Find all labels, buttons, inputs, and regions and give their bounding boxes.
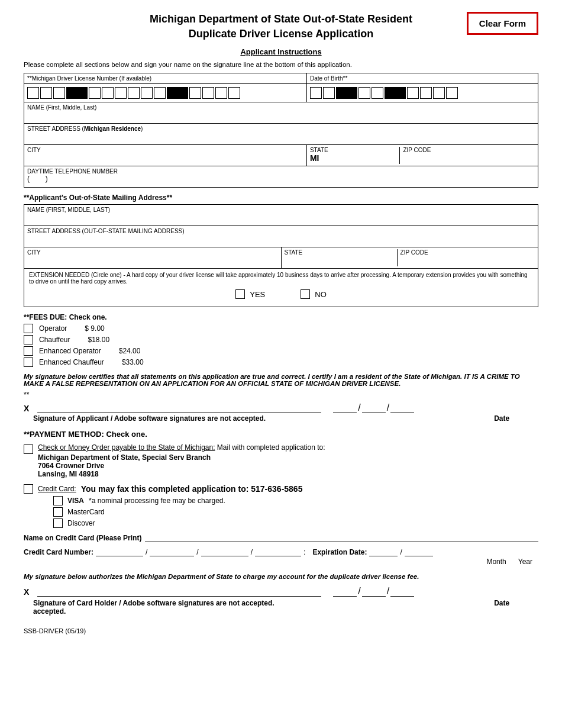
cc-field-3[interactable] — [201, 556, 248, 556]
dl-char-8[interactable] — [141, 87, 153, 99]
oos-name-field[interactable] — [27, 213, 535, 224]
ch-date-day-field[interactable] — [362, 596, 386, 597]
operator-checkbox[interactable] — [24, 324, 33, 333]
fee-row-1[interactable]: Operator $ 9.00 — [24, 324, 538, 333]
dl-char-6[interactable] — [115, 87, 127, 99]
discover-checkbox[interactable] — [53, 518, 63, 528]
enhanced-chauffeur-amount: $33.00 — [122, 358, 144, 366]
applicant-sig-line[interactable] — [37, 413, 321, 413]
date-day-field[interactable] — [362, 413, 386, 413]
oos-zip-field[interactable] — [400, 256, 535, 266]
no-checkbox[interactable] — [301, 289, 310, 299]
date-month-field[interactable] — [333, 413, 357, 413]
dob-char-2[interactable] — [323, 87, 335, 99]
name-on-card-field[interactable] — [145, 534, 538, 542]
dl-number-row — [27, 86, 303, 100]
visa-checkbox[interactable] — [53, 496, 63, 505]
header-section: Michigan Department of State Out-of-Stat… — [24, 12, 538, 41]
dl-char-2[interactable] — [40, 87, 52, 99]
credit-card-checkbox[interactable] — [24, 484, 33, 494]
dl-char-7[interactable] — [128, 87, 140, 99]
state-value[interactable]: MI — [310, 153, 397, 164]
dob-char-5[interactable] — [407, 87, 419, 99]
dl-char-1[interactable] — [27, 87, 39, 99]
applicant-instructions-title: Applicant Instructions — [24, 47, 538, 56]
yes-option[interactable]: YES — [235, 289, 265, 299]
oos-state-label: STATE — [285, 249, 394, 256]
dl-char-9[interactable] — [154, 87, 166, 99]
mastercard-checkbox[interactable] — [53, 507, 63, 517]
certification-text: My signature below certifies that all st… — [24, 373, 538, 387]
exp-month-field[interactable] — [369, 556, 398, 556]
enhanced-operator-checkbox[interactable] — [24, 346, 33, 356]
dl-char-5[interactable] — [102, 87, 114, 99]
dl-char-13[interactable] — [228, 87, 240, 99]
dob-char-8[interactable] — [446, 87, 458, 99]
fee-row-3[interactable]: Enhanced Operator $24.00 — [24, 346, 538, 356]
phone-field[interactable]: ( ) — [27, 175, 535, 185]
dob-label: Date of Birth** — [310, 75, 535, 82]
clear-form-button[interactable]: Clear Form — [467, 12, 538, 35]
dl-char-11[interactable] — [202, 87, 214, 99]
dob-char-7[interactable] — [433, 87, 445, 99]
cc-field-1[interactable] — [96, 556, 143, 556]
certification-stars: ** — [24, 391, 538, 399]
mastercard-row: MasterCard — [53, 507, 538, 517]
oos-street-field[interactable] — [27, 234, 535, 245]
dl-char-3[interactable] — [53, 87, 65, 99]
dl-char-12[interactable] — [215, 87, 227, 99]
zip-field[interactable] — [403, 153, 535, 164]
dob-char-4[interactable] — [372, 87, 383, 99]
name-field[interactable] — [27, 111, 535, 121]
name-label: NAME (First, Middle, Last) — [27, 104, 535, 111]
chauffeur-checkbox[interactable] — [24, 335, 33, 344]
enhanced-operator-label: Enhanced Operator — [39, 347, 101, 355]
yes-checkbox[interactable] — [235, 289, 245, 299]
applicant-x-label: X — [24, 404, 29, 413]
oos-city-field[interactable] — [27, 256, 278, 266]
dl-black-box-1 — [66, 87, 88, 99]
date-year-field[interactable] — [390, 413, 414, 413]
check-checkbox[interactable] — [24, 444, 33, 454]
sig-label-row: Signature of Applicant / Adobe software … — [33, 414, 527, 423]
chauffeur-amount: $18.00 — [88, 336, 109, 344]
ch-date-year-field[interactable] — [390, 596, 414, 597]
payment-title: **PAYMENT METHOD: Check one. — [24, 430, 538, 439]
dob-char-1[interactable] — [310, 87, 322, 99]
credit-card-label: Credit Card: — [38, 485, 76, 493]
oos-street-label: STREET ADDRESS (OUT-OF-STATE MAILING ADD… — [27, 228, 535, 234]
fee-row-4[interactable]: Enhanced Chauffeur $33.00 — [24, 357, 538, 367]
card-holder-x-label: X — [24, 587, 29, 597]
city-label: CITY — [27, 147, 303, 153]
card-holder-sig-line[interactable] — [37, 596, 321, 597]
operator-label: Operator — [39, 324, 67, 333]
city-field[interactable] — [27, 153, 303, 164]
cc-field-4[interactable] — [255, 556, 301, 556]
oos-zip-label: ZIP CODE — [400, 249, 535, 256]
cc-field-2[interactable] — [150, 556, 194, 556]
ch-date-label: Date — [494, 599, 509, 616]
dob-char-3[interactable] — [358, 87, 370, 99]
street-field[interactable] — [27, 132, 535, 143]
fees-title: **FEES DUE: Check one. — [24, 313, 538, 321]
year-label: Year — [518, 558, 532, 566]
out-of-state-table: NAME (FIRST, MIDDLE, LAST) STREET ADDRES… — [24, 204, 538, 307]
exp-year-field[interactable] — [405, 556, 433, 556]
no-label: NO — [315, 290, 327, 299]
no-option[interactable]: NO — [301, 289, 327, 299]
dl-char-4[interactable] — [89, 87, 101, 99]
visa-note: *a nominal processing fee may be charged… — [89, 497, 225, 505]
date-label: Date — [494, 414, 509, 423]
ch-date-month-field[interactable] — [333, 596, 357, 597]
oos-city-label: CITY — [27, 249, 278, 256]
oos-state-field[interactable] — [285, 256, 394, 266]
month-year-labels: Month Year — [24, 558, 538, 566]
enhanced-chauffeur-checkbox[interactable] — [24, 357, 33, 367]
card-holder-date-area: / / — [333, 586, 414, 597]
dob-char-6[interactable] — [420, 87, 432, 99]
dl-char-10[interactable] — [189, 87, 201, 99]
operator-amount: $ 9.00 — [85, 324, 104, 333]
fee-row-2[interactable]: Chauffeur $18.00 — [24, 335, 538, 344]
enhanced-chauffeur-label: Enhanced Chauffeur — [39, 358, 104, 366]
credit-card-row: Credit Card: You may fax this completed … — [24, 484, 538, 494]
